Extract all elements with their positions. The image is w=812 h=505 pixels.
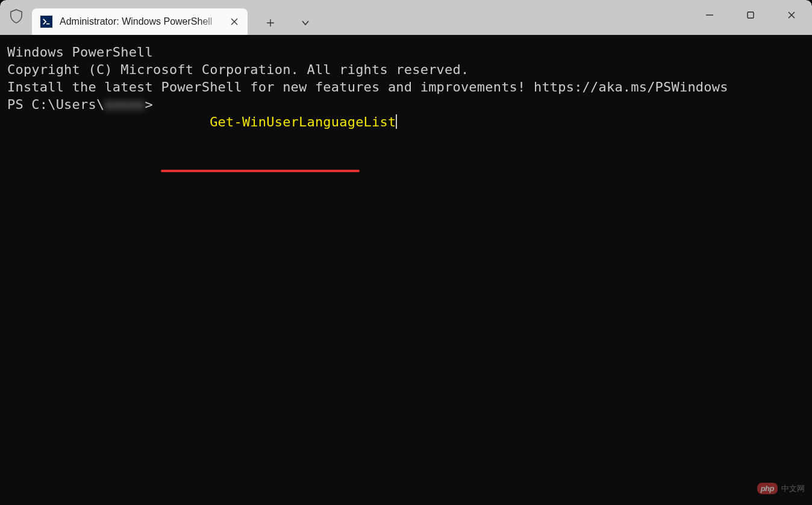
tab-dropdown-button[interactable] <box>293 11 317 35</box>
terminal-content[interactable]: Windows PowerShell Copyright (C) Microso… <box>0 35 812 174</box>
admin-shield-area <box>0 0 32 35</box>
prompt-command: Get-WinUserLanguageList <box>161 96 397 166</box>
new-tab-button[interactable] <box>258 11 283 35</box>
prompt-suffix: > <box>145 96 161 166</box>
window-controls <box>689 0 812 30</box>
prompt-prefix: PS C:\Users\ <box>7 96 104 166</box>
terminal-line: Windows PowerShell <box>7 43 805 61</box>
close-button[interactable] <box>771 0 812 30</box>
maximize-button[interactable] <box>730 0 771 30</box>
command-text: Get-WinUserLanguageList <box>210 114 396 129</box>
watermark-logo: php <box>757 483 778 494</box>
active-tab[interactable]: Administrator: Windows PowerShell <box>32 8 248 35</box>
tab-close-button[interactable] <box>228 16 240 28</box>
watermark-text: 中文网 <box>781 483 805 494</box>
annotation-underline <box>161 170 360 172</box>
svg-rect-0 <box>748 12 754 18</box>
cursor <box>396 114 397 129</box>
terminal-line: Install the latest PowerShell for new fe… <box>7 78 805 96</box>
tab-title: Administrator: Windows PowerShell <box>60 16 223 27</box>
minimize-button[interactable] <box>689 0 730 30</box>
titlebar: Administrator: Windows PowerShell <box>0 0 812 35</box>
terminal-line: Copyright (C) Microsoft Corporation. All… <box>7 61 805 78</box>
powershell-icon <box>40 16 52 28</box>
watermark: php 中文网 <box>757 483 805 494</box>
prompt-user-blurred: xxxxx <box>104 96 145 166</box>
shield-icon <box>10 9 23 26</box>
prompt-line: PS C:\Users\ xxxxx > Get-WinUserLanguage… <box>7 96 805 166</box>
